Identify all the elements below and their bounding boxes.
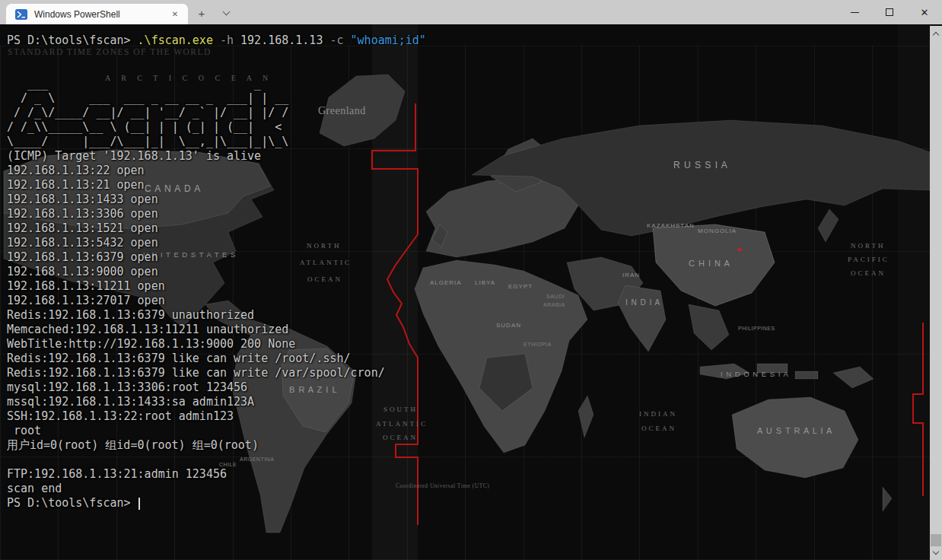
- close-icon: ✕: [921, 8, 929, 18]
- region-india: [618, 285, 666, 352]
- region-japan: [818, 209, 839, 242]
- chevron-up-icon: [933, 32, 939, 38]
- text-cursor: [138, 498, 140, 510]
- scrollbar[interactable]: [930, 26, 942, 560]
- region-se-asia: [689, 304, 729, 350]
- chevron-down-icon: [222, 8, 230, 16]
- region-new-guinea: [833, 367, 874, 388]
- map-label: A U S T R A L I A: [757, 426, 832, 435]
- terminal-window: Windows PowerShell ✕ + ✕: [0, 0, 942, 560]
- tab-title: Windows PowerShell: [34, 9, 161, 20]
- fscan-banner: ___ _ / _ \ ___ ___ _ __ __ _ ___| | __ …: [7, 77, 288, 148]
- map-label: SUDAN: [496, 322, 521, 329]
- map-label: IRAN: [622, 272, 640, 278]
- tab-close-icon[interactable]: ✕: [168, 8, 182, 21]
- close-button[interactable]: ✕: [907, 0, 942, 24]
- map-label: C H I N A: [689, 259, 730, 268]
- continent-australia: [732, 397, 858, 478]
- titlebar-drag-region[interactable]: Windows PowerShell ✕ + ✕: [0, 0, 942, 24]
- region-madagascar: [578, 396, 594, 438]
- new-tab-button[interactable]: +: [192, 5, 212, 21]
- continent-europe: [426, 177, 578, 257]
- minimize-button[interactable]: [837, 0, 872, 24]
- minimize-icon: [851, 12, 859, 13]
- map-label: PACIFIC: [848, 256, 889, 263]
- map-label: INDIAN: [639, 410, 677, 418]
- map-label: I N D I A: [625, 298, 660, 307]
- scroll-up-button[interactable]: [930, 27, 942, 40]
- prompt-path-2: PS D:\tools\fscan>: [7, 496, 138, 510]
- map-label: KAZAKHSTAN: [647, 222, 695, 229]
- powershell-icon: [15, 9, 27, 20]
- scan-output: (ICMP) Target '192.168.1.13' is alive 19…: [7, 149, 385, 495]
- flag-h: -h: [213, 33, 240, 47]
- target-ip: 192.168.1.13: [240, 33, 323, 47]
- map-label: SAUDI: [546, 294, 565, 299]
- map-label: EGYPT: [508, 283, 533, 290]
- map-label: MONGOLIA: [698, 228, 737, 234]
- prompt-path: PS D:\tools\fscan>: [7, 33, 138, 47]
- region-indonesia-3: [795, 371, 818, 379]
- map-label: ARABIA: [543, 302, 565, 307]
- terminal-text: PS D:\tools\fscan> .\fscan.exe -h 192.16…: [0, 24, 426, 511]
- map-label: PHILIPPINES: [738, 326, 775, 331]
- region-new-zealand: [883, 487, 892, 511]
- map-label: I N D O N E S I A: [721, 370, 789, 378]
- maximize-button[interactable]: [872, 0, 907, 24]
- beijing-red-dot: [738, 248, 742, 252]
- command-executable: .\fscan.exe: [138, 33, 213, 47]
- map-label: OCEAN: [851, 269, 886, 277]
- map-label: ALGERIA: [430, 279, 462, 286]
- terminal-content-area[interactable]: STANDARD TIME ZONES OF THE WORLDA R C T …: [0, 24, 942, 560]
- window-controls: ✕: [837, 0, 942, 24]
- map-label: LIBYA: [475, 279, 495, 286]
- map-label: ETHIOPIA: [524, 342, 552, 347]
- scrollbar-thumb[interactable]: [931, 534, 941, 546]
- flag-c: -c: [323, 33, 350, 47]
- chevron-down-icon: [933, 549, 939, 555]
- command-string-arg: "whoami;id": [351, 33, 426, 47]
- map-label: OCEAN: [641, 425, 676, 432]
- maximize-icon: [886, 8, 893, 16]
- tab-windows-powershell[interactable]: Windows PowerShell ✕: [6, 4, 188, 24]
- scroll-down-button[interactable]: [930, 547, 942, 559]
- map-label: NORTH: [851, 242, 885, 250]
- map-label: R U S S I A: [673, 160, 728, 170]
- tab-dropdown-button[interactable]: [216, 5, 236, 21]
